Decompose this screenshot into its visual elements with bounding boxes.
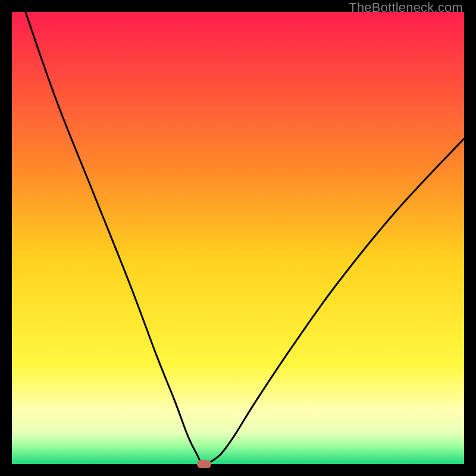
chart-plot-area: [12, 12, 464, 464]
heat-gradient-background: [12, 12, 464, 464]
gradient-rect: [12, 12, 464, 464]
